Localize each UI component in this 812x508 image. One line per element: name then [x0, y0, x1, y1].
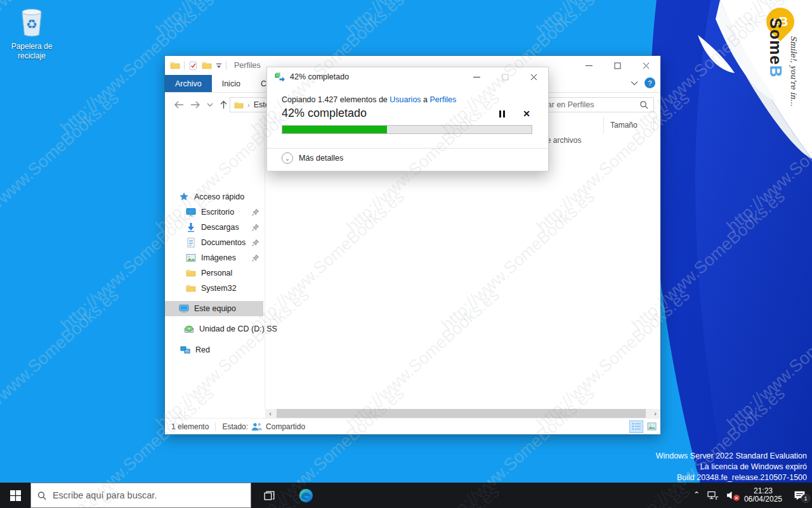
details-view-button[interactable] — [630, 421, 643, 432]
edge-button[interactable] — [292, 483, 320, 508]
divider — [184, 61, 185, 70]
dialog-titlebar[interactable]: 42% completado — [267, 67, 548, 86]
somebooks-logo-text: SomeB — [766, 18, 785, 78]
pin-icon — [251, 208, 259, 217]
item-count: 1 elemento — [165, 422, 215, 431]
window-title: Perfiles — [234, 61, 261, 70]
help-icon[interactable]: ? — [645, 77, 655, 88]
scrollbar-thumb[interactable] — [277, 409, 646, 418]
task-view-icon — [263, 490, 275, 502]
somebooks-slogan: Smile!, you're in... — [789, 36, 798, 107]
scroll-left-icon[interactable]: ‹ — [265, 409, 275, 418]
thumbnails-view-button[interactable] — [645, 421, 658, 432]
column-header-size[interactable]: Tamaño — [603, 117, 654, 133]
clock-date: 06/04/2025 — [744, 495, 782, 504]
notification-center-icon[interactable]: 1 — [794, 490, 806, 501]
breadcrumb-chevron-icon: › — [247, 101, 250, 109]
taskbar-clock[interactable]: 21:23 06/04/2025 — [744, 487, 782, 504]
recycle-bin-icon: ♻ — [17, 5, 46, 38]
dialog-minimize-button[interactable] — [462, 67, 491, 86]
sidebar-item-red[interactable]: Red — [165, 342, 263, 358]
forward-button[interactable] — [190, 101, 200, 109]
sidebar-item-acceso-rapido[interactable]: Acceso rápido — [165, 189, 263, 204]
close-button[interactable] — [632, 56, 660, 75]
downloads-icon — [186, 222, 196, 232]
folder-icon — [186, 268, 196, 278]
start-button[interactable] — [0, 483, 30, 508]
minimize-button[interactable] — [575, 56, 603, 75]
tab-inicio[interactable]: Inicio — [212, 75, 251, 92]
back-button[interactable] — [174, 101, 184, 109]
taskbar-search[interactable] — [30, 483, 251, 508]
edge-icon — [298, 488, 314, 504]
folder-icon — [170, 60, 180, 70]
documents-icon — [186, 237, 196, 248]
horizontal-scrollbar[interactable]: ‹ › — [265, 409, 660, 418]
status-value: Compartido — [266, 422, 305, 431]
cd-drive-icon — [184, 324, 194, 334]
recent-locations-icon[interactable] — [207, 103, 213, 107]
taskbar-search-input[interactable] — [53, 490, 244, 500]
status-label: Estado: — [222, 422, 248, 431]
more-details-toggle[interactable]: ⌄ Más detalles — [282, 152, 343, 164]
network-icon — [180, 345, 190, 355]
recycle-bin[interactable]: ♻ Papelera de reciclaje — [9, 5, 55, 61]
sidebar-item-escritorio[interactable]: Escritorio — [165, 204, 263, 220]
up-button[interactable] — [219, 100, 228, 109]
dialog-close-button[interactable] — [520, 67, 548, 86]
hidden-icons-chevron[interactable]: ⌃ — [693, 490, 700, 499]
sidebar-item-system32[interactable]: System32 — [165, 281, 263, 296]
progress-bar-fill — [282, 126, 387, 133]
expand-ribbon-icon[interactable] — [631, 81, 638, 86]
navigation-pane: Acceso rápido Escritorio Descargas Docum… — [165, 117, 265, 409]
system-info-line: Windows Server 2022 Standard Evaluation — [656, 451, 807, 462]
target-link[interactable]: Perfiles — [430, 95, 457, 104]
folder-icon — [234, 100, 244, 110]
tab-archivo[interactable]: Archivo — [165, 75, 212, 92]
sidebar-item-descargas[interactable]: Descargas — [165, 220, 263, 235]
task-view-button[interactable] — [255, 483, 283, 508]
source-link[interactable]: Usuarios — [390, 95, 421, 104]
sidebar-item-este-equipo[interactable]: Este equipo — [165, 301, 263, 316]
search-icon[interactable] — [639, 100, 648, 109]
mute-badge: ✕ — [733, 495, 740, 501]
percent-completed-text: 42% completado — [282, 107, 367, 120]
recycle-bin-label: Papelera de reciclaje — [9, 42, 55, 61]
volume-muted-icon[interactable]: ✕ — [726, 491, 737, 500]
explorer-statusbar: 1 elemento Estado: Compartido — [165, 418, 660, 434]
chevron-down-icon[interactable]: ⌄ — [282, 152, 293, 164]
shared-people-icon — [251, 422, 263, 431]
sidebar-item-unidad-cd[interactable]: Unidad de CD (D:) SS — [165, 321, 263, 337]
taskbar: ⌃ ✕ 21:23 06/04/2025 1 — [0, 483, 812, 508]
pause-button[interactable] — [499, 110, 505, 117]
cancel-button[interactable]: ✕ — [523, 109, 530, 118]
pin-icon — [251, 239, 259, 247]
divider — [267, 148, 548, 149]
search-icon — [37, 491, 46, 500]
new-folder-icon[interactable] — [202, 60, 212, 70]
sidebar-item-imagenes[interactable]: Imágenes — [165, 250, 263, 265]
pictures-icon — [186, 253, 196, 263]
sidebar-item-personal[interactable]: Personal — [165, 265, 263, 281]
system-info: Windows Server 2022 Standard Evaluation … — [656, 451, 807, 483]
copy-icon — [275, 72, 285, 81]
sidebar-item-documentos[interactable]: Documentos — [165, 235, 263, 250]
network-tray-icon[interactable] — [707, 491, 719, 500]
maximize-button[interactable] — [603, 56, 632, 75]
windows-logo-icon — [10, 490, 21, 501]
system-info-line: La licencia de Windows expiró — [656, 462, 807, 472]
pin-icon — [251, 224, 259, 232]
customize-toolbar-icon[interactable] — [216, 62, 222, 69]
svg-text:?: ? — [648, 79, 652, 87]
scroll-right-icon[interactable]: › — [650, 409, 660, 418]
desktop-icon — [186, 207, 196, 217]
properties-icon[interactable] — [188, 61, 198, 70]
notification-badge: 1 — [801, 494, 810, 503]
copy-progress-dialog: 42% completado Copiando 1.427 elementos … — [266, 67, 549, 171]
desktop: http://www.SomeBooks.eshttp://www.SomeBo… — [0, 0, 812, 508]
dialog-title: 42% completado — [290, 72, 349, 81]
progress-bar — [282, 125, 532, 134]
system-tray: ⌃ ✕ 21:23 06/04/2025 1 — [693, 483, 812, 508]
system-info-line: Build 20348.fe_release.210507-1500 — [656, 472, 807, 483]
pin-icon — [251, 254, 259, 262]
